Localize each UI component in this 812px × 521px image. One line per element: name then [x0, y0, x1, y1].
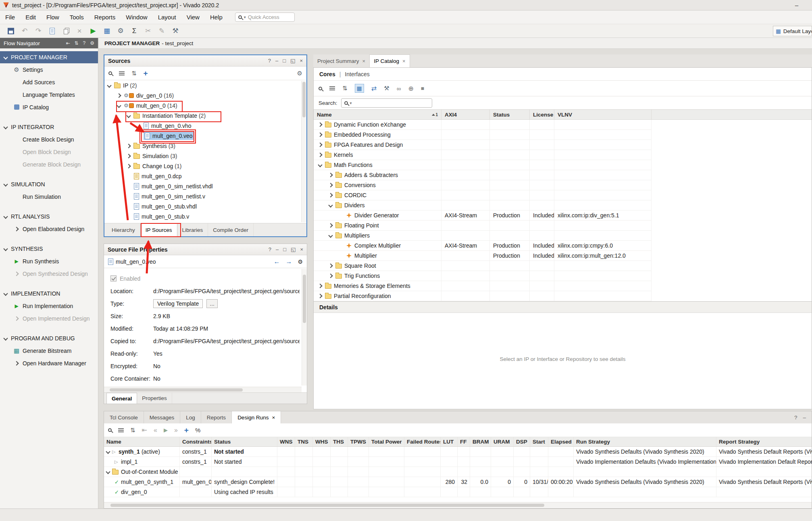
ip-category-row[interactable]: Embedded Processing	[314, 130, 652, 140]
tab-design-runs[interactable]: Design Runs×	[232, 411, 281, 423]
ip-category-row[interactable]: Conversions	[314, 180, 652, 190]
chevron-right-icon[interactable]	[318, 142, 322, 147]
chevron-down-icon[interactable]	[106, 449, 110, 454]
sidebar-section-ip-integrator[interactable]: IP INTEGRATOR	[0, 121, 98, 133]
chevron-right-icon[interactable]	[318, 283, 322, 288]
sidebar-section-project-manager[interactable]: PROJECT MANAGER	[0, 51, 98, 63]
ip-category-row[interactable]: Kernels	[314, 150, 652, 160]
help-icon[interactable]: ?	[268, 58, 271, 64]
close-icon[interactable]: ×	[300, 246, 303, 252]
chevron-right-icon[interactable]	[126, 144, 131, 148]
help-icon[interactable]: ?	[83, 40, 86, 46]
run-icon[interactable]: ▶	[164, 427, 168, 433]
tree-item-sim-netlist-v[interactable]: mult_gen_0_sim_netlist.v	[104, 191, 306, 201]
report-icon[interactable]	[47, 26, 57, 36]
tree-item-sim-netlist-vhdl[interactable]: mult_gen_0_sim_netlist.vhdl	[104, 181, 306, 191]
column-status[interactable]: Status	[490, 110, 530, 119]
sidebar-section-rtl-analysis[interactable]: RTL ANALYSIS	[0, 210, 98, 223]
sum-icon[interactable]: Σ	[129, 26, 139, 36]
close-icon[interactable]: ×	[402, 58, 406, 64]
step-back-icon[interactable]: «	[154, 427, 157, 434]
chevron-down-icon[interactable]	[106, 469, 110, 474]
chevron-right-icon[interactable]	[328, 183, 333, 187]
layout-selector[interactable]: ▦ Default Layou	[773, 26, 812, 36]
sidebar-item-run-synthesis[interactable]: ▶Run Synthesis	[0, 255, 98, 267]
tab-messages[interactable]: Messages	[144, 411, 181, 423]
pencil-icon[interactable]: ✎	[156, 26, 167, 36]
tree-item-mult-gen-0-dcp[interactable]: mult_gen_0.dcp	[104, 171, 306, 181]
close-icon[interactable]: ×	[362, 58, 366, 64]
sidebar-item-open-synthesized-design[interactable]: Open Synthesized Design	[0, 267, 98, 280]
chevron-down-icon[interactable]	[117, 103, 121, 108]
run-row-synth-1[interactable]: ▷synth_1(active) constrs_1 Not started V…	[104, 447, 812, 457]
sidebar-section-synthesis[interactable]: SYNTHESIS	[0, 243, 98, 255]
tab-reports[interactable]: Reports	[201, 411, 232, 423]
tab-compile-order[interactable]: Compile Order	[208, 223, 254, 236]
ip-category-row-dividers[interactable]: Dividers	[314, 200, 652, 210]
chevron-right-icon[interactable]	[328, 193, 333, 197]
sidebar-item-create-block-design[interactable]: Create Block Design	[0, 133, 98, 146]
scrollbar-thumb[interactable]	[303, 275, 306, 323]
menu-view[interactable]: View	[181, 10, 205, 24]
minimize-icon[interactable]: –	[276, 246, 279, 252]
ip-category-row[interactable]: FPGA Features and Design	[314, 140, 652, 150]
chevron-down-icon[interactable]	[318, 163, 322, 167]
expand-collapse-icon[interactable]: ⇅	[130, 427, 135, 434]
menu-file[interactable]: File	[0, 10, 20, 24]
expand-collapse-icon[interactable]: ⇅	[342, 85, 348, 92]
sidebar-item-run-simulation[interactable]: Run Simulation	[0, 190, 98, 203]
save-icon[interactable]	[6, 26, 16, 36]
column-license[interactable]: License	[530, 110, 554, 119]
close-icon[interactable]: ×	[300, 58, 303, 64]
minimize-icon[interactable]: –	[803, 415, 806, 421]
ip-category-row[interactable]: Dynamic Function eXchange	[314, 120, 652, 130]
scrollbar-thumb[interactable]	[302, 82, 306, 117]
column-name[interactable]: Name	[104, 437, 180, 446]
chevron-right-icon[interactable]	[117, 93, 121, 98]
sidebar-item-add-sources[interactable]: Add Sources	[0, 76, 98, 88]
create-run-icon[interactable]: +	[184, 426, 189, 435]
tree-item-synthesis[interactable]: Synthesis(3)	[104, 141, 306, 151]
collapse-all-icon[interactable]	[329, 86, 335, 90]
stop-icon[interactable]: ■	[421, 85, 424, 92]
dock-icon[interactable]: ⇤	[66, 40, 70, 46]
expand-collapse-icon[interactable]: ⇅	[74, 40, 78, 46]
menu-tools[interactable]: Tools	[65, 10, 89, 24]
chevron-right-icon[interactable]	[126, 164, 131, 168]
collapse-all-icon[interactable]	[119, 71, 125, 75]
wrench-icon[interactable]: ⚒	[384, 85, 389, 92]
tree-item-stub-vhdl[interactable]: mult_gen_0_stub.vhdl	[104, 201, 306, 211]
run-row-mult-gen-0-synth-1[interactable]: ✓mult_gen_0_synth_1 mult_gen_0 synth_des…	[104, 477, 812, 487]
tab-ip-sources[interactable]: IP Sources	[140, 223, 177, 236]
wrench-icon[interactable]: ⚒	[170, 26, 181, 36]
delete-icon[interactable]: ×	[74, 26, 85, 36]
maximize-icon[interactable]: □	[283, 246, 286, 252]
to-start-icon[interactable]: ⇤	[142, 426, 147, 434]
chevron-down-icon[interactable]	[107, 83, 111, 88]
float-icon[interactable]: ◱	[290, 58, 295, 64]
chevron-right-icon[interactable]	[318, 122, 322, 127]
tab-ip-catalog[interactable]: IP Catalog×	[370, 54, 410, 67]
ip-row-divider-generator[interactable]: Divider GeneratorAXI4-StreamProductionIn…	[314, 210, 652, 221]
ip-category-row[interactable]: Partial Reconfiguration	[314, 291, 652, 301]
run-group-out-of-context[interactable]: Out-of-Context Module Runs	[104, 467, 812, 477]
chevron-down-icon[interactable]	[328, 203, 333, 207]
expand-collapse-icon[interactable]: ⇅	[131, 70, 137, 77]
ip-category-row[interactable]: Memories & Storage Elements	[314, 281, 652, 291]
tab-log[interactable]: Log	[180, 411, 201, 423]
sidebar-section-implementation[interactable]: IMPLEMENTATION	[0, 288, 98, 300]
layout-grid-icon[interactable]: ▦	[102, 26, 112, 36]
sidebar-item-settings[interactable]: ⚙Settings	[0, 63, 98, 76]
chevron-right-icon[interactable]	[328, 223, 333, 227]
collapse-all-icon[interactable]	[118, 428, 124, 432]
menu-help[interactable]: Help	[205, 10, 228, 24]
run-icon[interactable]: ▶	[88, 26, 98, 36]
menu-window[interactable]: Window	[121, 10, 152, 24]
tree-item-mult-gen-0[interactable]: ⚙mult_gen_0(14)	[104, 100, 306, 110]
tab-general[interactable]: General	[106, 393, 137, 404]
sidebar-item-open-elaborated-design[interactable]: Open Elaborated Design	[0, 223, 98, 235]
tree-item-change-log[interactable]: Change Log(1)	[104, 161, 306, 171]
sidebar-item-run-implementation[interactable]: ▶Run Implementation	[0, 300, 98, 312]
step-forward-icon[interactable]: »	[174, 427, 178, 434]
back-icon[interactable]: ←	[273, 258, 280, 265]
